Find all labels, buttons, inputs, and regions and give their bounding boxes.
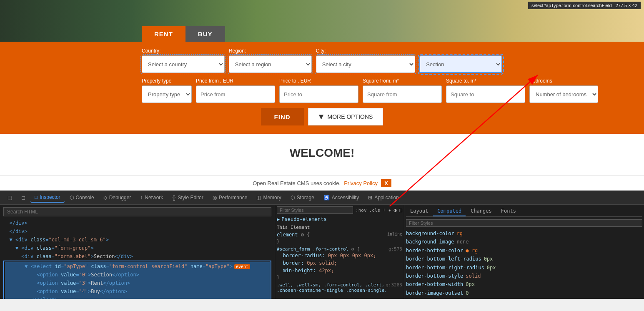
find-button[interactable]: FIND [261,108,304,125]
sqfrom-input[interactable] [363,85,442,103]
html-panel: </div> </div> ▼ <div class="col-md-3 col… [0,205,275,299]
application-icon: ⊞ [368,195,372,201]
banner-tabs: RENT BUY [142,26,225,42]
devtools-panel: ⬚ ◻ □ Inspector ⬡ Console ◇ Debugger ↕ N… [0,191,644,299]
html-line: <div class="formalabel">Section</div> [2,252,273,261]
html-search-input[interactable] [3,207,271,216]
proptype-select[interactable]: Property type [142,85,192,103]
sqto-label: Square to, m² [446,78,525,84]
hover-toggle[interactable]: :hov [356,208,367,213]
style-editor-icon: {} [172,195,175,201]
computed-tabs: Layout Computed Changes Fonts [406,206,642,217]
tab-console[interactable]: ⬡ Console [65,193,98,202]
tab-style-editor[interactable]: {} Style Editor [168,193,207,202]
inspector-tooltip: select#apType.form-control.searchField 2… [528,2,641,9]
tab-changes[interactable]: Changes [466,206,496,216]
region-label: Region: [229,48,312,54]
bedrooms-label: Bedrooms [529,78,598,84]
proptype-label: Property type [142,78,192,84]
chevron-down-icon: ⯆ [318,113,324,120]
bedrooms-group: Bedrooms Number of bedrooms [529,78,598,103]
html-line: ▼ <div class="col-md-3 col-sm-6"> [2,236,273,244]
city-select[interactable]: Select a city [316,55,416,73]
pick-icon: ◻ [21,195,25,201]
computed-prop-row: border-image-outset0 [406,289,642,297]
cls-toggle[interactable]: .cls [369,208,381,213]
html-line: <option value="0">Section</option> [5,271,270,279]
debugger-icon: ◇ [103,195,107,201]
tab-debugger[interactable]: ◇ Debugger [99,193,135,202]
sqto-group: Square to, m² [446,78,525,103]
html-line: </div> [2,227,273,236]
pricefrom-input[interactable] [196,85,275,103]
region-select[interactable]: Select a region [229,55,312,73]
computed-filter-input[interactable] [406,219,642,227]
tab-layout[interactable]: Layout [406,206,432,216]
city-label: City: [316,48,416,54]
action-row: FIND ⯆ MORE OPTIONS [142,108,502,125]
memory-icon: ◫ [256,195,261,201]
tab-performance[interactable]: ◎ Performance [208,193,252,202]
sqto-input[interactable] [446,85,525,103]
section-select[interactable]: Section Rent Buy [419,55,502,73]
inspector-icon: □ [35,194,38,200]
bedrooms-select[interactable]: Number of bedrooms [529,85,598,103]
privacy-policy-link[interactable]: Privacy Policy [344,180,378,186]
computed-prop-row: background-colorrg [406,229,642,238]
section-group: Section Rent Buy [419,48,502,73]
styles-filter-input[interactable] [277,206,353,214]
pseudo-elements-section: ▶ Pseudo-elements [277,216,402,222]
cookie-close-button[interactable]: X [381,179,391,187]
computed-prop-row: border-bottom-width0px [406,280,642,288]
country-label: Country: [142,48,225,54]
search-form-rule: #search_form .form-control ⚙ { g:578 bor… [277,246,402,280]
chevron-right-icon: ▶ [277,216,280,222]
devtools-pick-tool[interactable]: ◻ [17,193,30,202]
tab-memory[interactable]: ◫ Memory [252,193,285,202]
welcome-heading: WELCOME! [290,146,355,160]
html-selected-element[interactable]: ▼ <select id="apType" class="form-contro… [3,261,271,299]
cursor-icon: ⬚ [8,195,12,201]
devtools-cursor-tool[interactable]: ⬚ [3,193,16,202]
html-line: <option value="4">Buy</option> [5,287,270,296]
accessibility-icon: ♿ [323,195,330,201]
country-select[interactable]: Select a country [142,55,225,73]
tab-inspector[interactable]: □ Inspector [30,193,65,203]
tab-storage[interactable]: ⬡ Storage [286,193,318,202]
console-icon: ⬡ [70,195,74,201]
element-inline: element ⚙ { inline [277,231,402,238]
pricefrom-group: Price from , EUR [196,78,275,103]
priceto-input[interactable] [279,85,358,103]
screenshot-icon[interactable]: □ [399,207,402,213]
html-line: </select> [5,296,270,299]
html-line: <option value="3">Rent</option> [5,279,270,287]
styles-panel: :hov .cls + ✦ ◑ □ ▶ Pseudo-elements This… [275,205,404,299]
dark-toggle[interactable]: ◑ [394,207,397,213]
proptype-group: Property type Property type [142,78,192,103]
computed-prop-row: border-bottom-color● rg [406,246,642,255]
computed-prop-row: border-image-repeatstret [406,297,642,299]
html-line: ▼ <div class="form-group"> [2,244,273,252]
devtools-main: </div> </div> ▼ <div class="col-md-3 col… [0,205,644,299]
add-rule-icon[interactable]: + [383,207,386,213]
priceto-group: Price to , EUR [279,78,358,103]
this-element-section: This Element element ⚙ { inline } [277,225,402,244]
tab-rent[interactable]: RENT [142,26,185,42]
pricefrom-label: Price from , EUR [196,78,275,84]
tab-application[interactable]: ⊞ Application [364,193,403,202]
cookie-bar: Open Real Estate CMS uses cookie. Privac… [0,176,644,191]
this-element-title: This Element [277,225,402,230]
tab-computed[interactable]: Computed [433,206,466,216]
storage-icon: ⬡ [291,195,295,201]
tab-accessibility[interactable]: ♿ Accessibility [319,193,363,202]
tab-network[interactable]: ↕ Network [136,193,167,202]
search-row-1: Country: Select a country Region: Select… [142,48,502,73]
computed-prop-row: border-bottom-left-radius0px [406,255,642,263]
section-label [419,48,502,54]
html-line: </div> [2,219,273,227]
computed-prop-row: border-bottom-stylesolid [406,272,642,280]
more-options-button[interactable]: ⯆ MORE OPTIONS [308,108,383,125]
tab-fonts[interactable]: Fonts [497,206,520,216]
styles-toolbar: :hov .cls + ✦ ◑ □ [277,206,402,214]
tab-buy[interactable]: BUY [185,26,225,42]
